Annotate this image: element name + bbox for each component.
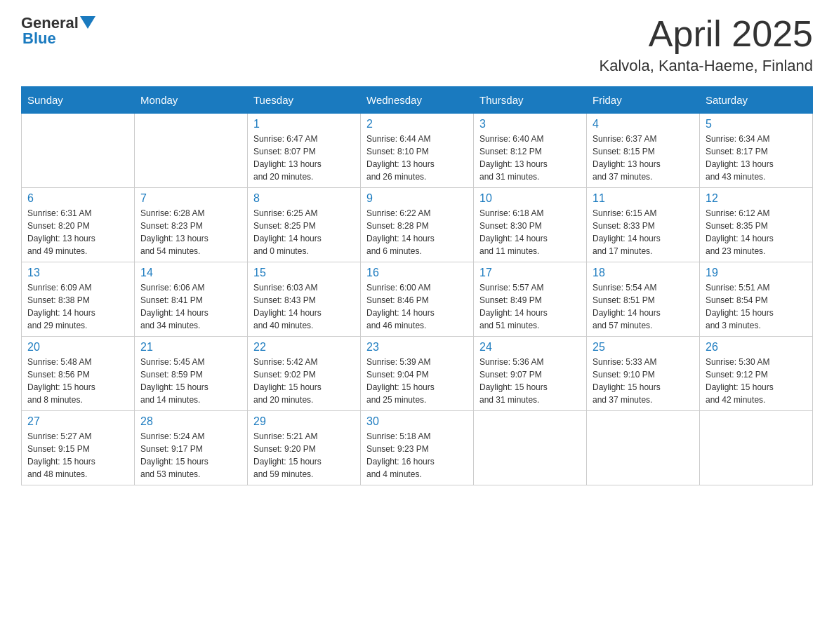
calendar-header-row: SundayMondayTuesdayWednesdayThursdayFrid… xyxy=(22,87,813,114)
calendar-cell: 4Sunrise: 6:37 AM Sunset: 8:15 PM Daylig… xyxy=(587,114,700,188)
day-number: 26 xyxy=(706,341,807,354)
day-number: 27 xyxy=(27,415,128,428)
day-number: 15 xyxy=(253,267,355,279)
calendar-cell: 19Sunrise: 5:51 AM Sunset: 8:54 PM Dayli… xyxy=(700,262,813,337)
calendar-cell: 10Sunrise: 6:18 AM Sunset: 8:30 PM Dayli… xyxy=(474,188,587,262)
day-info: Sunrise: 6:15 AM Sunset: 8:33 PM Dayligh… xyxy=(593,207,694,257)
day-number: 8 xyxy=(253,192,355,205)
calendar-cell: 1Sunrise: 6:47 AM Sunset: 8:07 PM Daylig… xyxy=(248,114,361,188)
day-info: Sunrise: 5:39 AM Sunset: 9:04 PM Dayligh… xyxy=(366,356,468,406)
calendar-cell: 27Sunrise: 5:27 AM Sunset: 9:15 PM Dayli… xyxy=(22,411,135,485)
day-number: 2 xyxy=(366,118,468,130)
calendar-cell xyxy=(22,114,135,188)
calendar-cell: 20Sunrise: 5:48 AM Sunset: 8:56 PM Dayli… xyxy=(22,337,135,411)
day-number: 30 xyxy=(366,415,468,428)
calendar-header-tuesday: Tuesday xyxy=(248,87,361,114)
calendar-cell: 2Sunrise: 6:44 AM Sunset: 8:10 PM Daylig… xyxy=(361,114,474,188)
calendar-header-sunday: Sunday xyxy=(22,87,135,114)
location-title: Kalvola, Kanta-Haeme, Finland xyxy=(600,57,814,75)
logo: General Blue xyxy=(21,14,95,48)
calendar-cell: 16Sunrise: 6:00 AM Sunset: 8:46 PM Dayli… xyxy=(361,262,474,337)
calendar-table: SundayMondayTuesdayWednesdayThursdayFrid… xyxy=(21,86,813,485)
day-info: Sunrise: 6:34 AM Sunset: 8:17 PM Dayligh… xyxy=(706,133,807,183)
day-info: Sunrise: 5:42 AM Sunset: 9:02 PM Dayligh… xyxy=(253,356,355,406)
day-number: 21 xyxy=(140,341,241,354)
calendar-cell: 3Sunrise: 6:40 AM Sunset: 8:12 PM Daylig… xyxy=(474,114,587,188)
day-info: Sunrise: 6:06 AM Sunset: 8:41 PM Dayligh… xyxy=(140,281,241,332)
calendar-cell: 15Sunrise: 6:03 AM Sunset: 8:43 PM Dayli… xyxy=(248,262,361,337)
day-info: Sunrise: 6:09 AM Sunset: 8:38 PM Dayligh… xyxy=(27,281,128,332)
day-number: 6 xyxy=(27,192,128,205)
day-number: 25 xyxy=(593,341,694,354)
day-number: 29 xyxy=(253,415,355,428)
day-info: Sunrise: 6:31 AM Sunset: 8:20 PM Dayligh… xyxy=(27,207,128,257)
calendar-cell: 14Sunrise: 6:06 AM Sunset: 8:41 PM Dayli… xyxy=(135,262,248,337)
day-info: Sunrise: 5:36 AM Sunset: 9:07 PM Dayligh… xyxy=(479,356,581,406)
day-number: 5 xyxy=(706,118,807,130)
calendar-cell: 29Sunrise: 5:21 AM Sunset: 9:20 PM Dayli… xyxy=(248,411,361,485)
month-title: April 2025 xyxy=(600,14,814,54)
calendar-week-row: 6Sunrise: 6:31 AM Sunset: 8:20 PM Daylig… xyxy=(22,188,813,262)
calendar-cell: 25Sunrise: 5:33 AM Sunset: 9:10 PM Dayli… xyxy=(587,337,700,411)
day-number: 9 xyxy=(366,192,468,205)
calendar-cell: 11Sunrise: 6:15 AM Sunset: 8:33 PM Dayli… xyxy=(587,188,700,262)
day-info: Sunrise: 6:25 AM Sunset: 8:25 PM Dayligh… xyxy=(253,207,355,257)
day-info: Sunrise: 5:54 AM Sunset: 8:51 PM Dayligh… xyxy=(593,281,694,332)
calendar-cell: 18Sunrise: 5:54 AM Sunset: 8:51 PM Dayli… xyxy=(587,262,700,337)
day-number: 12 xyxy=(706,192,807,205)
day-info: Sunrise: 6:00 AM Sunset: 8:46 PM Dayligh… xyxy=(366,281,468,332)
logo-text-blue: Blue xyxy=(22,29,56,48)
day-info: Sunrise: 5:48 AM Sunset: 8:56 PM Dayligh… xyxy=(27,356,128,406)
day-number: 1 xyxy=(253,118,355,130)
calendar-cell: 30Sunrise: 5:18 AM Sunset: 9:23 PM Dayli… xyxy=(361,411,474,485)
calendar-cell: 21Sunrise: 5:45 AM Sunset: 8:59 PM Dayli… xyxy=(135,337,248,411)
day-number: 19 xyxy=(706,267,807,279)
day-info: Sunrise: 6:18 AM Sunset: 8:30 PM Dayligh… xyxy=(479,207,581,257)
day-info: Sunrise: 6:12 AM Sunset: 8:35 PM Dayligh… xyxy=(706,207,807,257)
calendar-week-row: 20Sunrise: 5:48 AM Sunset: 8:56 PM Dayli… xyxy=(22,337,813,411)
calendar-cell: 8Sunrise: 6:25 AM Sunset: 8:25 PM Daylig… xyxy=(248,188,361,262)
day-info: Sunrise: 6:37 AM Sunset: 8:15 PM Dayligh… xyxy=(593,133,694,183)
day-number: 22 xyxy=(253,341,355,354)
day-info: Sunrise: 5:18 AM Sunset: 9:23 PM Dayligh… xyxy=(366,430,468,481)
calendar-cell: 6Sunrise: 6:31 AM Sunset: 8:20 PM Daylig… xyxy=(22,188,135,262)
calendar-cell xyxy=(587,411,700,485)
day-info: Sunrise: 5:21 AM Sunset: 9:20 PM Dayligh… xyxy=(253,430,355,481)
calendar-cell: 26Sunrise: 5:30 AM Sunset: 9:12 PM Dayli… xyxy=(700,337,813,411)
svg-marker-0 xyxy=(80,16,95,29)
day-number: 23 xyxy=(366,341,468,354)
calendar-week-row: 13Sunrise: 6:09 AM Sunset: 8:38 PM Dayli… xyxy=(22,262,813,337)
calendar-cell: 12Sunrise: 6:12 AM Sunset: 8:35 PM Dayli… xyxy=(700,188,813,262)
day-number: 4 xyxy=(593,118,694,130)
day-info: Sunrise: 6:03 AM Sunset: 8:43 PM Dayligh… xyxy=(253,281,355,332)
day-number: 24 xyxy=(479,341,581,354)
day-info: Sunrise: 5:45 AM Sunset: 8:59 PM Dayligh… xyxy=(140,356,241,406)
day-info: Sunrise: 5:27 AM Sunset: 9:15 PM Dayligh… xyxy=(27,430,128,481)
calendar-cell: 24Sunrise: 5:36 AM Sunset: 9:07 PM Dayli… xyxy=(474,337,587,411)
calendar-cell: 13Sunrise: 6:09 AM Sunset: 8:38 PM Dayli… xyxy=(22,262,135,337)
calendar-header-thursday: Thursday xyxy=(474,87,587,114)
calendar-cell: 23Sunrise: 5:39 AM Sunset: 9:04 PM Dayli… xyxy=(361,337,474,411)
calendar-cell: 22Sunrise: 5:42 AM Sunset: 9:02 PM Dayli… xyxy=(248,337,361,411)
calendar-cell: 5Sunrise: 6:34 AM Sunset: 8:17 PM Daylig… xyxy=(700,114,813,188)
calendar-week-row: 27Sunrise: 5:27 AM Sunset: 9:15 PM Dayli… xyxy=(22,411,813,485)
day-info: Sunrise: 5:33 AM Sunset: 9:10 PM Dayligh… xyxy=(593,356,694,406)
day-info: Sunrise: 5:51 AM Sunset: 8:54 PM Dayligh… xyxy=(706,281,807,332)
day-number: 17 xyxy=(479,267,581,279)
day-number: 7 xyxy=(140,192,241,205)
calendar-cell: 9Sunrise: 6:22 AM Sunset: 8:28 PM Daylig… xyxy=(361,188,474,262)
day-info: Sunrise: 6:40 AM Sunset: 8:12 PM Dayligh… xyxy=(479,133,581,183)
title-section: April 2025 Kalvola, Kanta-Haeme, Finland xyxy=(600,14,814,75)
day-info: Sunrise: 6:22 AM Sunset: 8:28 PM Dayligh… xyxy=(366,207,468,257)
calendar-header-friday: Friday xyxy=(587,87,700,114)
calendar-header-monday: Monday xyxy=(135,87,248,114)
day-number: 28 xyxy=(140,415,241,428)
calendar-header-wednesday: Wednesday xyxy=(361,87,474,114)
logo-triangle-icon xyxy=(80,16,95,32)
day-info: Sunrise: 6:44 AM Sunset: 8:10 PM Dayligh… xyxy=(366,133,468,183)
calendar-cell: 7Sunrise: 6:28 AM Sunset: 8:23 PM Daylig… xyxy=(135,188,248,262)
day-number: 3 xyxy=(479,118,581,130)
day-number: 11 xyxy=(593,192,694,205)
calendar-week-row: 1Sunrise: 6:47 AM Sunset: 8:07 PM Daylig… xyxy=(22,114,813,188)
day-number: 18 xyxy=(593,267,694,279)
